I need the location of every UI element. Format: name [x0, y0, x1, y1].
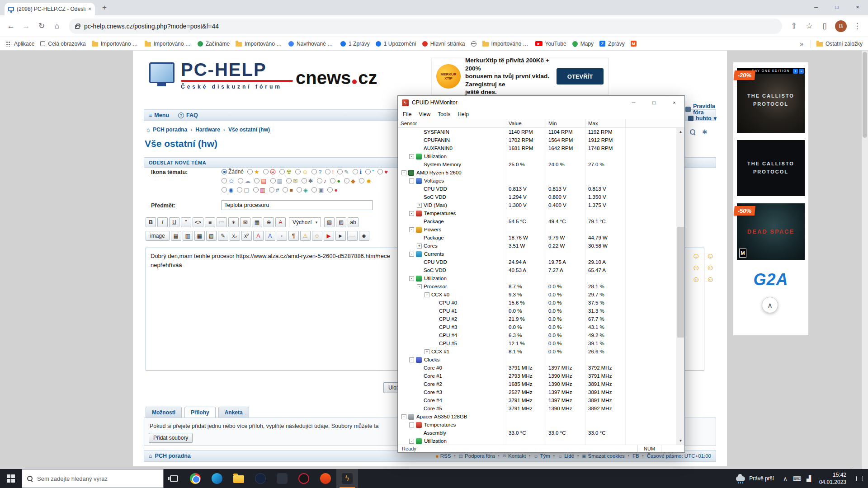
sensor-row[interactable]: CPU #015.6 %0.0 %37.5 % [398, 299, 677, 307]
smiley-icon[interactable]: ☺ [707, 276, 714, 283]
radio-button[interactable] [253, 187, 259, 192]
radio-button[interactable] [327, 187, 333, 192]
sensor-group-row[interactable]: -AMD Ryzen 5 2600 [398, 169, 677, 177]
radio-button[interactable] [286, 178, 292, 183]
sensor-row[interactable]: Core #32527 MHz1397 MHz3891 MHz [398, 388, 677, 396]
topic-icon-option[interactable]: ✉ [286, 178, 298, 184]
topic-icon-option[interactable]: ● [327, 187, 338, 193]
bookmarks-overflow-icon[interactable]: » [798, 40, 805, 47]
radio-button[interactable] [311, 169, 317, 174]
browser-menu-icon[interactable]: ⋮ [850, 19, 864, 33]
dead-space-poster[interactable]: DEAD SPACE-50%M [737, 203, 805, 260]
scroll-up-icon[interactable]: ▲ [677, 128, 684, 136]
hwmonitor-minimize-button[interactable]: ─ [623, 96, 644, 109]
warning-bbcode-button[interactable]: ⚠ [300, 231, 311, 241]
radio-button[interactable] [238, 178, 243, 183]
add-files-button[interactable]: Přidat soubory [149, 433, 193, 443]
tree-collapse-icon[interactable]: - [425, 292, 429, 297]
bookmark-item[interactable]: Hlavní stránka [422, 41, 465, 47]
bullet-button[interactable]: ◦ [277, 231, 287, 241]
tree-expand-icon[interactable]: + [425, 349, 429, 354]
other-bookmarks-button[interactable]: Ostatní záložky [816, 41, 863, 47]
tree-collapse-icon[interactable]: - [401, 170, 406, 175]
radio-button[interactable] [279, 169, 285, 174]
insert-image-button[interactable]: image [146, 231, 170, 241]
clock[interactable]: 15:42 04.01.2023 [815, 471, 851, 486]
bookmark-item[interactable]: 1 Zprávy [340, 41, 370, 47]
home-button[interactable]: ⌂ [50, 19, 64, 33]
forward-button[interactable]: → [19, 19, 33, 33]
gear-icon[interactable]: ✱ [702, 128, 708, 136]
tree-collapse-icon[interactable]: - [409, 252, 414, 257]
radio-button[interactable] [269, 187, 274, 192]
taskbar-app-opera-gx[interactable] [293, 469, 315, 488]
sensor-row[interactable]: AUXFANIN01681 RPM1642 RPM1748 RPM [398, 144, 677, 152]
sensor-row[interactable]: -Processor8.7 %0.0 %28.1 % [398, 282, 677, 291]
hwmonitor-scrollbar-thumb[interactable] [677, 227, 684, 338]
topic-icon-option[interactable]: ♪ [317, 178, 327, 184]
tree-collapse-icon[interactable]: - [417, 284, 422, 289]
sensor-group-row[interactable]: -Utilization [398, 437, 677, 445]
smiley-button[interactable]: ☺ [312, 231, 322, 241]
video-button[interactable]: ► [335, 231, 346, 241]
footer-link[interactable]: ■RSS [436, 453, 451, 459]
radio-button[interactable] [365, 169, 371, 174]
align-left-button[interactable]: ▤ [171, 231, 181, 241]
taskbar-app-file-explorer[interactable] [228, 469, 250, 488]
radio-button[interactable] [311, 187, 317, 192]
g2a-logo[interactable]: G2A [733, 270, 808, 289]
radio-button[interactable] [247, 169, 253, 174]
sensor-row[interactable]: CPU #221.9 %0.0 %67.7 % [398, 315, 677, 323]
topic-icon-option[interactable]: ✱ [302, 178, 313, 184]
topic-icon-option[interactable]: ☢ [279, 169, 292, 175]
edit-button[interactable]: ✎ [218, 231, 228, 241]
taskbar-app-hwmonitor[interactable] [336, 469, 358, 488]
sensor-group-row[interactable]: -Powers [398, 225, 677, 234]
bookmark-item[interactable]: Importováno z apli... [92, 41, 139, 47]
radio-button[interactable] [263, 169, 269, 174]
bookmark-item[interactable]: Importováno z apli... [482, 41, 529, 47]
user-menu[interactable]: huhto▾ [688, 115, 717, 122]
email-button[interactable]: ✉ [240, 217, 250, 227]
footer-link[interactable]: ☺Tým [533, 453, 550, 459]
tree-collapse-icon[interactable]: - [409, 357, 414, 362]
footer-link[interactable]: ▣Smazat cookies [582, 453, 625, 459]
sensor-group-row[interactable]: -Clocks [398, 356, 677, 364]
tree-collapse-icon[interactable]: - [409, 154, 414, 159]
topic-icon-option[interactable]: ◈ [297, 187, 308, 193]
back-button[interactable]: ← [4, 19, 18, 33]
column-header-min[interactable]: Min [546, 119, 586, 127]
breadcrumb-link[interactable]: Hardware [195, 127, 220, 133]
tree-collapse-icon[interactable]: - [409, 276, 414, 281]
sensor-row[interactable]: Core #03791 MHz1397 MHz3792 MHz [398, 364, 677, 372]
smiley-icon[interactable]: ☺ [692, 276, 700, 283]
browser-tab[interactable]: (2098) PC-HELP.CZ - Odeslat nov × [5, 3, 95, 15]
taskbar-app-chrome[interactable] [184, 469, 206, 488]
pc-help-logo[interactable]: PC-HELP České diskuzní fórum [149, 61, 293, 90]
ad-info-icon[interactable]: i [793, 69, 798, 74]
tree-collapse-icon[interactable]: - [409, 211, 414, 216]
bookmark-item[interactable]: Navrhované weby [288, 41, 335, 47]
taskbar-search[interactable]: Sem zadejte hledaný výraz [22, 469, 164, 488]
topic-icon-option[interactable]: ☁ [238, 178, 250, 184]
sensor-row[interactable]: -CCX #09.3 %0.0 %29.7 % [398, 291, 677, 299]
ad-close-icon[interactable]: × [799, 69, 804, 74]
sensor-row[interactable]: CPU #10.0 %0.0 %31.3 % [398, 307, 677, 315]
window-maximize-button[interactable]: □ [826, 0, 847, 15]
tab-anketa[interactable]: Anketa [218, 407, 249, 418]
sensor-group-row[interactable]: -Apacer AS350 128GB [398, 413, 677, 421]
radio-button[interactable] [222, 187, 227, 192]
taskbar-app-steam[interactable] [250, 469, 271, 488]
reload-button[interactable]: ↻ [34, 19, 49, 33]
footer-link[interactable]: ☺Lidé [558, 453, 574, 459]
sensor-group-row[interactable]: -Temperatures [398, 421, 677, 429]
tree-collapse-icon[interactable]: - [409, 227, 414, 232]
column-header-sensor[interactable]: Sensor [398, 119, 506, 127]
scroll-to-top-button[interactable]: ∧ [762, 297, 778, 313]
topic-icon-option[interactable]: ▥ [253, 187, 265, 193]
bookmark-star-icon[interactable]: ☆ [802, 19, 816, 33]
list-button[interactable]: ≡ [205, 217, 215, 227]
topic-icon-option[interactable]: ℹ [353, 169, 362, 175]
column-header-value[interactable]: Value [506, 119, 546, 127]
radio-button[interactable] [237, 187, 242, 192]
